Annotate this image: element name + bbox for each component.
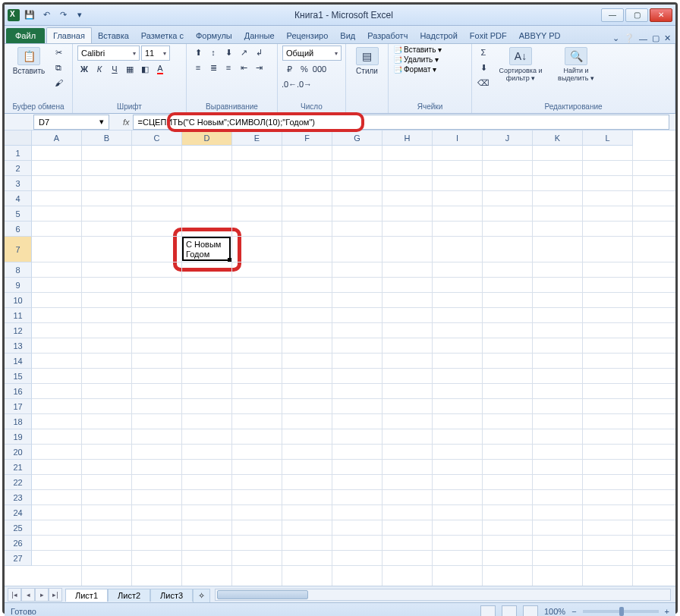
active-cell-D7[interactable]: С Новым Годом <box>182 237 231 261</box>
sheet-tab-2[interactable]: Лист2 <box>108 589 150 602</box>
col-F[interactable]: F <box>282 130 332 146</box>
row-18[interactable]: 18 <box>5 414 32 429</box>
tab-home[interactable]: Главная <box>46 27 92 43</box>
tab-formulas[interactable]: Формулы <box>190 28 238 43</box>
decrease-indent-button[interactable]: ⇤ <box>237 61 250 74</box>
row-16[interactable]: 16 <box>5 384 32 399</box>
maximize-button[interactable]: ▢ <box>625 8 648 22</box>
tab-insert[interactable]: Вставка <box>92 28 135 43</box>
cut-button[interactable]: ✂ <box>52 46 65 59</box>
font-name-dropdown[interactable]: Calibri▾ <box>77 46 140 61</box>
autosum-button[interactable]: Σ <box>477 46 490 59</box>
zoom-out-button[interactable]: − <box>571 607 576 616</box>
view-layout-button[interactable] <box>502 605 517 617</box>
orientation-button[interactable]: ↗ <box>237 46 250 59</box>
row-4[interactable]: 4 <box>5 191 32 206</box>
align-bottom-button[interactable]: ⬇ <box>222 46 235 59</box>
copy-button[interactable]: ⧉ <box>52 61 65 74</box>
doc-close-button[interactable]: ✕ <box>664 33 671 43</box>
qat-undo-button[interactable]: ↶ <box>39 8 53 22</box>
row-23[interactable]: 23 <box>5 490 32 505</box>
font-color-button[interactable]: A <box>153 62 167 76</box>
row-10[interactable]: 10 <box>5 293 32 308</box>
doc-minimize-button[interactable]: — <box>639 34 647 43</box>
tab-file[interactable]: Файл <box>6 28 45 43</box>
sheet-nav-first[interactable]: |◂ <box>8 588 21 602</box>
decrease-decimal-button[interactable]: .0→ <box>298 77 311 91</box>
qat-customize-button[interactable]: ▾ <box>73 8 87 22</box>
col-B[interactable]: B <box>82 130 132 146</box>
col-J[interactable]: J <box>483 130 533 146</box>
row-17[interactable]: 17 <box>5 399 32 414</box>
col-L[interactable]: L <box>583 130 633 146</box>
row-7[interactable]: 7 <box>5 237 32 262</box>
comma-button[interactable]: 000 <box>313 62 326 76</box>
paste-button[interactable]: 📋 Вставить <box>9 46 49 77</box>
underline-button[interactable]: Ч <box>108 62 121 76</box>
col-H[interactable]: H <box>382 130 433 146</box>
tab-abbyy[interactable]: ABBYY PD <box>513 28 567 43</box>
row-5[interactable]: 5 <box>5 206 32 222</box>
percent-button[interactable]: % <box>298 62 311 76</box>
format-painter-button[interactable]: 🖌 <box>52 76 65 90</box>
row-14[interactable]: 14 <box>5 354 32 369</box>
row-19[interactable]: 19 <box>5 429 32 445</box>
row-24[interactable]: 24 <box>5 505 32 520</box>
name-box[interactable]: D7 ▾ <box>33 115 109 130</box>
zoom-thumb[interactable] <box>619 607 624 616</box>
tab-addins[interactable]: Надстрой <box>414 28 463 43</box>
col-A[interactable]: A <box>32 130 82 146</box>
qat-redo-button[interactable]: ↷ <box>56 8 70 22</box>
col-K[interactable]: K <box>533 130 583 146</box>
row-11[interactable]: 11 <box>5 308 32 323</box>
row-8[interactable]: 8 <box>5 262 32 278</box>
tab-data[interactable]: Данные <box>238 28 281 43</box>
horizontal-scrollbar[interactable] <box>215 589 671 601</box>
help-icon[interactable]: ❔ <box>624 33 634 43</box>
cells-area[interactable]: С Новым Годом <box>32 146 675 586</box>
sheet-tab-1[interactable]: Лист1 <box>65 589 108 602</box>
row-20[interactable]: 20 <box>5 445 32 460</box>
row-25[interactable]: 25 <box>5 520 32 536</box>
row-1[interactable]: 1 <box>5 146 32 161</box>
tab-developer[interactable]: Разработч <box>361 28 414 43</box>
align-center-button[interactable]: ≣ <box>206 61 220 74</box>
italic-button[interactable]: К <box>93 62 106 76</box>
fill-color-button[interactable]: ◧ <box>138 62 152 76</box>
number-format-dropdown[interactable]: Общий▾ <box>282 46 342 61</box>
col-D[interactable]: D <box>182 130 232 146</box>
align-left-button[interactable]: ≡ <box>191 61 205 74</box>
qat-save-button[interactable]: 💾 <box>23 8 36 22</box>
row-26[interactable]: 26 <box>5 536 32 551</box>
row-22[interactable]: 22 <box>5 475 32 490</box>
delete-cells-button[interactable]: 📑 Удалить ▾ <box>393 55 439 64</box>
row-21[interactable]: 21 <box>5 460 32 475</box>
find-select-button[interactable]: 🔍 Найти и выделить ▾ <box>551 46 601 83</box>
styles-button[interactable]: ▤ Стили <box>351 46 383 77</box>
insert-cells-button[interactable]: 📑 Вставить ▾ <box>393 46 442 54</box>
fx-icon[interactable]: fx <box>123 118 130 127</box>
clear-button[interactable]: ⌫ <box>477 76 490 90</box>
increase-decimal-button[interactable]: .0← <box>282 77 296 91</box>
wrap-text-button[interactable]: ↲ <box>252 46 266 59</box>
hscroll-thumb[interactable] <box>217 590 308 599</box>
sheet-tab-3[interactable]: Лист3 <box>150 589 193 602</box>
col-G[interactable]: G <box>332 130 382 146</box>
row-2[interactable]: 2 <box>5 161 32 176</box>
row-13[interactable]: 13 <box>5 338 32 354</box>
increase-indent-button[interactable]: ⇥ <box>252 61 266 74</box>
formula-bar[interactable]: =СЦЕПИТЬ("С Новым";СИМВОЛ(10);"Годом") <box>133 115 669 130</box>
row-3[interactable]: 3 <box>5 176 32 191</box>
tab-layout[interactable]: Разметка с <box>135 28 190 43</box>
view-pagebreak-button[interactable] <box>523 605 538 617</box>
zoom-slider[interactable] <box>583 610 659 613</box>
sheet-nav-last[interactable]: ▸| <box>49 588 62 602</box>
col-C[interactable]: C <box>132 130 182 146</box>
sheet-nav-prev[interactable]: ◂ <box>21 588 35 602</box>
font-size-dropdown[interactable]: 11▾ <box>141 46 170 61</box>
tab-foxit[interactable]: Foxit PDF <box>464 28 513 43</box>
row-15[interactable]: 15 <box>5 369 32 384</box>
tab-review[interactable]: Рецензиро <box>281 28 335 43</box>
tab-view[interactable]: Вид <box>334 28 361 43</box>
fill-button[interactable]: ⬇ <box>477 61 490 74</box>
